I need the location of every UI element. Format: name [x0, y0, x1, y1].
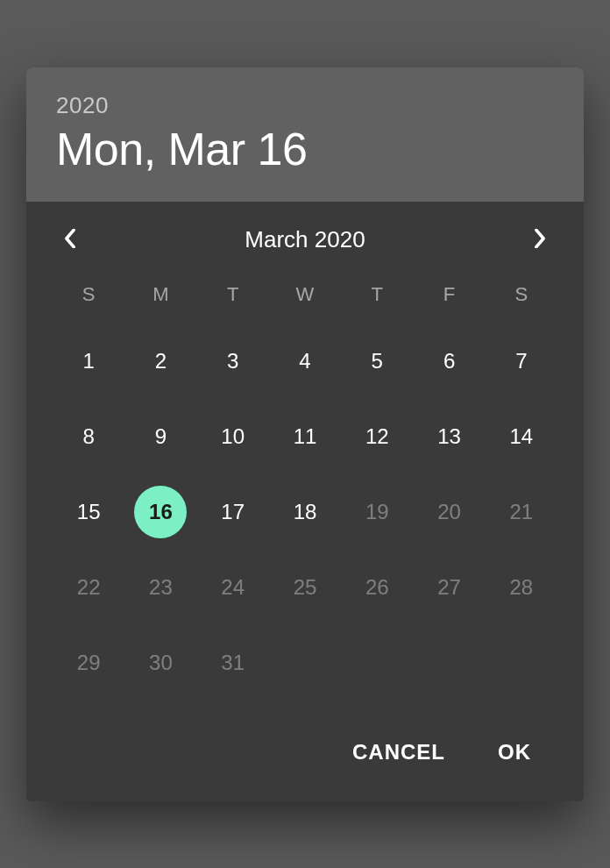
- month-navigation: March 2020: [53, 217, 557, 277]
- calendar-day-number: 5: [372, 349, 383, 374]
- calendar-day-number: 17: [221, 500, 245, 524]
- calendar-day-number: 12: [365, 424, 389, 449]
- calendar-day-number: 18: [294, 500, 317, 524]
- calendar-day[interactable]: 14: [486, 410, 557, 463]
- calendar-day-empty: [341, 637, 413, 689]
- weekday-header: F: [413, 277, 485, 312]
- calendar-day: 25: [269, 561, 341, 614]
- calendar-day-number: 20: [437, 500, 461, 524]
- calendar-day-number: 23: [149, 575, 173, 600]
- calendar-day[interactable]: 13: [413, 410, 485, 463]
- calendar-day[interactable]: 8: [53, 410, 124, 463]
- calendar-day: 21: [486, 486, 557, 538]
- calendar-day[interactable]: 17: [197, 486, 269, 538]
- calendar-day-number: 30: [149, 651, 173, 675]
- calendar-day-number: 4: [299, 349, 310, 374]
- weekday-header: T: [341, 277, 413, 312]
- calendar-day: 29: [53, 637, 124, 689]
- calendar-day-number: 25: [294, 575, 317, 600]
- date-picker-dialog: 2020 Mon, Mar 16 March 2020 SMTWTFS12345…: [26, 68, 584, 801]
- calendar-day-number: 11: [294, 424, 317, 449]
- calendar-day-empty: [486, 637, 557, 689]
- calendar-day: 23: [124, 561, 196, 614]
- calendar-day-number: 16: [149, 500, 173, 524]
- weekday-header: M: [124, 277, 196, 312]
- calendar-day: 22: [53, 561, 124, 614]
- calendar-day: 19: [341, 486, 413, 538]
- cancel-button[interactable]: CANCEL: [347, 733, 450, 772]
- calendar-day[interactable]: 10: [197, 410, 269, 463]
- calendar-day-empty: [413, 637, 485, 689]
- calendar-day[interactable]: 15: [53, 486, 124, 538]
- weekday-header: W: [269, 277, 341, 312]
- calendar-day-number: 9: [155, 424, 167, 449]
- chevron-left-icon: [64, 229, 76, 252]
- calendar-day-number: 2: [155, 349, 167, 374]
- chevron-right-icon: [534, 229, 546, 252]
- calendar-day-number: 14: [509, 424, 533, 449]
- year-selector[interactable]: 2020: [56, 92, 554, 119]
- calendar-day[interactable]: 2: [124, 335, 196, 388]
- calendar-day-empty: [269, 637, 341, 689]
- calendar-day-number: 31: [221, 651, 245, 675]
- calendar-day[interactable]: 18: [269, 486, 341, 538]
- weekday-header: T: [197, 277, 269, 312]
- calendar-day[interactable]: 12: [341, 410, 413, 463]
- calendar-day: 31: [197, 637, 269, 689]
- calendar-day[interactable]: 1: [53, 335, 124, 388]
- prev-month-button[interactable]: [53, 223, 88, 258]
- calendar-day[interactable]: 5: [341, 335, 413, 388]
- calendar-day-number: 27: [437, 575, 461, 600]
- calendar-day-number: 26: [365, 575, 389, 600]
- calendar-day-number: 29: [77, 651, 101, 675]
- calendar-day-number: 21: [509, 500, 533, 524]
- calendar-day-number: 22: [77, 575, 101, 600]
- calendar-day[interactable]: 4: [269, 335, 341, 388]
- calendar-day-number: 15: [77, 500, 101, 524]
- calendar-body: March 2020 SMTWTFS1234567891011121314151…: [26, 202, 584, 801]
- calendar-day: 27: [413, 561, 485, 614]
- calendar-day-number: 19: [365, 500, 389, 524]
- selected-date-label: Mon, Mar 16: [56, 123, 554, 175]
- calendar-day: 30: [124, 637, 196, 689]
- calendar-day[interactable]: 6: [413, 335, 485, 388]
- calendar-day-number: 28: [509, 575, 533, 600]
- calendar-day[interactable]: 3: [197, 335, 269, 388]
- calendar-day-number: 13: [437, 424, 461, 449]
- ok-button[interactable]: OK: [493, 733, 536, 772]
- calendar-day-number: 8: [82, 424, 94, 449]
- calendar-day[interactable]: 7: [486, 335, 557, 388]
- calendar-day: 28: [486, 561, 557, 614]
- calendar-day[interactable]: 9: [124, 410, 196, 463]
- calendar-day: 20: [413, 486, 485, 538]
- month-year-label: March 2020: [88, 226, 522, 253]
- calendar-grid: SMTWTFS123456789101112131415161718192021…: [53, 277, 557, 689]
- calendar-day: 26: [341, 561, 413, 614]
- weekday-header: S: [486, 277, 557, 312]
- weekday-header: S: [53, 277, 124, 312]
- calendar-day[interactable]: 16: [124, 486, 196, 538]
- calendar-day-number: 10: [221, 424, 245, 449]
- date-picker-header: 2020 Mon, Mar 16: [26, 68, 584, 202]
- calendar-day: 24: [197, 561, 269, 614]
- calendar-day-number: 24: [221, 575, 245, 600]
- calendar-day[interactable]: 11: [269, 410, 341, 463]
- calendar-day-number: 7: [515, 349, 527, 374]
- date-picker-backdrop: 2020 Mon, Mar 16 March 2020 SMTWTFS12345…: [0, 0, 610, 868]
- calendar-day-number: 1: [82, 349, 94, 374]
- next-month-button[interactable]: [522, 223, 557, 258]
- calendar-day-number: 3: [227, 349, 238, 374]
- calendar-day-number: 6: [443, 349, 455, 374]
- dialog-actions: CANCEL OK: [53, 689, 557, 780]
